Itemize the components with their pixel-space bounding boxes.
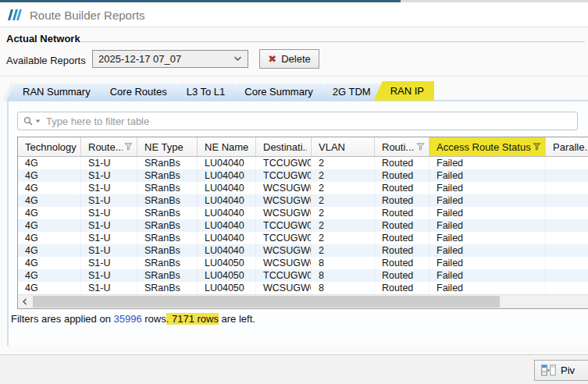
cell-access-route-status: Failed [429, 182, 546, 194]
actual-network-group-label: Actual Network [6, 33, 80, 44]
cell-route: S1-U [81, 157, 137, 169]
table-row[interactable]: 4GS1-USRanBsLU04040WCSUGW012RoutedFailed [18, 244, 588, 257]
cell-destinati: WCSUGW01 [256, 182, 312, 194]
cell-routi: Routed [375, 257, 429, 269]
cell-routi: Routed [375, 207, 429, 219]
cell-route: S1-U [81, 207, 137, 219]
title-bar: Route Builder Reports [0, 2, 588, 27]
cell-route: S1-U [81, 244, 137, 257]
available-reports-select[interactable]: 2025-12-17 07_07 [92, 50, 248, 68]
cell-routi: Routed [375, 182, 429, 194]
delete-report-button[interactable]: ✖ Delete [259, 49, 319, 69]
column-header-technology[interactable]: Technology [18, 137, 81, 156]
table-row[interactable]: 4GS1-USRanBsLU04040TCCUGW012RoutedFailed [18, 157, 588, 169]
tab-core-routes[interactable]: Core Routes [94, 84, 177, 101]
available-reports-selected-value: 2025-12-17 07_07 [98, 53, 181, 65]
cell-route: S1-U [81, 194, 137, 207]
cell-paralle [546, 257, 588, 269]
column-filter-funnel-icon[interactable] [416, 143, 425, 151]
cell-technology: 4G [18, 257, 81, 269]
cell-vlan: 8 [312, 282, 375, 294]
scrollbar-thumb[interactable] [33, 296, 500, 308]
table-row[interactable]: 4GS1-USRanBsLU04040TCCUGW012RoutedFailed [18, 169, 588, 182]
column-filter-funnel-icon[interactable] [533, 143, 541, 151]
scroll-left-button[interactable] [18, 295, 31, 308]
cell-vlan: 2 [312, 207, 375, 219]
tab-2g-tdm[interactable]: 2G TDM [316, 84, 381, 101]
chevron-down-icon [233, 56, 242, 62]
ran-ip-tab-panel: TechnologyRoute...NE TypeNE NameDestinat… [7, 100, 588, 346]
table-row[interactable]: 4GS1-USRanBsLU04050WCSUGW018RoutedFailed [18, 282, 588, 294]
table-row[interactable]: 4GS1-USRanBsLU04040TCCUGW012RoutedFailed [18, 232, 588, 244]
footer-bar: Piv [0, 355, 588, 384]
table-row[interactable]: 4GS1-USRanBsLU04040WCSUGW012RoutedFailed [18, 182, 588, 194]
cell-technology: 4G [18, 182, 81, 194]
search-filter-menu-icon[interactable] [23, 116, 41, 126]
column-header-route[interactable]: Route... [81, 137, 137, 156]
column-header-label: Technology [25, 141, 77, 153]
pivot-button[interactable]: Piv [534, 360, 588, 381]
table-row[interactable]: 4GS1-USRanBsLU04050TCCUGW018RoutedFailed [18, 269, 588, 282]
cell-ne-name: LU04040 [198, 194, 256, 207]
cell-ne-type: SRanBs [137, 169, 198, 182]
cell-ne-type: SRanBs [137, 244, 198, 257]
cell-ne-name: LU04040 [198, 157, 256, 169]
app-logo-icon [6, 8, 25, 22]
cell-paralle [546, 169, 588, 182]
cell-technology: 4G [18, 219, 81, 232]
tab-ran-summary[interactable]: RAN Summary [6, 84, 101, 101]
cell-vlan: 2 [312, 244, 375, 257]
table-row[interactable]: 4GS1-USRanBsLU04040WCSUGW012RoutedFailed [18, 207, 588, 219]
column-header-vlan[interactable]: VLAN [312, 137, 375, 156]
column-header-label: Route... [88, 141, 123, 153]
cell-ne-name: LU04040 [198, 169, 256, 182]
cell-paralle [546, 182, 588, 194]
cell-destinati: WCSUGW01 [256, 244, 312, 257]
delete-x-icon: ✖ [268, 54, 276, 64]
column-header-paralle[interactable]: Paralle... [546, 137, 588, 156]
column-header-destinati[interactable]: Destinati... [256, 137, 312, 156]
cell-ne-name: LU04040 [198, 244, 256, 257]
cell-vlan: 2 [312, 194, 375, 207]
cell-vlan: 8 [312, 269, 375, 282]
status-remaining-rows-highlight: . 7171 rows [166, 313, 219, 325]
cell-destinati: TCCUGW01 [256, 169, 312, 182]
cell-technology: 4G [18, 169, 81, 182]
column-filter-funnel-icon[interactable] [124, 143, 133, 151]
cell-ne-name: LU04050 [198, 269, 256, 282]
cell-access-route-status: Failed [429, 219, 546, 232]
cell-routi: Routed [375, 169, 429, 182]
cell-access-route-status: Failed [429, 169, 546, 182]
column-header-ne-type[interactable]: NE Type [137, 137, 198, 156]
cell-destinati: WCSUGW01 [256, 207, 312, 219]
cell-access-route-status: Failed [429, 257, 546, 269]
cell-vlan: 2 [312, 182, 375, 194]
column-header-ne-name[interactable]: NE Name [198, 137, 256, 156]
cell-route: S1-U [81, 182, 137, 194]
scrollbar-track[interactable] [31, 295, 588, 308]
column-header-label: Paralle... [553, 141, 588, 153]
cell-access-route-status: Failed [429, 244, 546, 257]
tab-core-summary[interactable]: Core Summary [228, 84, 323, 101]
status-mid: rows [142, 313, 166, 325]
cell-routi: Routed [375, 194, 429, 207]
table-row[interactable]: 4GS1-USRanBsLU04040WCSUGW012RoutedFailed [18, 194, 588, 207]
cell-destinati: TCCUGW01 [256, 269, 312, 282]
cell-route: S1-U [81, 257, 137, 269]
table-row[interactable]: 4GS1-USRanBsLU04040TCCUGW012RoutedFailed [18, 219, 588, 232]
table-filter-input[interactable] [43, 116, 572, 127]
horizontal-scrollbar[interactable] [18, 294, 588, 308]
status-suffix: are left. [219, 313, 255, 325]
cell-routi: Routed [375, 219, 429, 232]
cell-routi: Routed [375, 282, 429, 294]
tab-ran-ip[interactable]: RAN IP [374, 81, 434, 101]
cell-destinati: TCCUGW01 [256, 219, 312, 232]
cell-ne-type: SRanBs [137, 182, 198, 194]
column-header-access-route-status[interactable]: Access Route Status [429, 137, 546, 156]
column-header-routi[interactable]: Routi... [375, 137, 429, 156]
window-title: Route Builder Reports [30, 9, 145, 22]
table-row[interactable]: 4GS1-USRanBsLU04050WCSUGW018RoutedFailed [18, 257, 588, 269]
tab-l3-to-l1[interactable]: L3 To L1 [170, 84, 236, 101]
cell-ne-name: LU04050 [198, 282, 256, 294]
cell-vlan: 2 [312, 169, 375, 182]
